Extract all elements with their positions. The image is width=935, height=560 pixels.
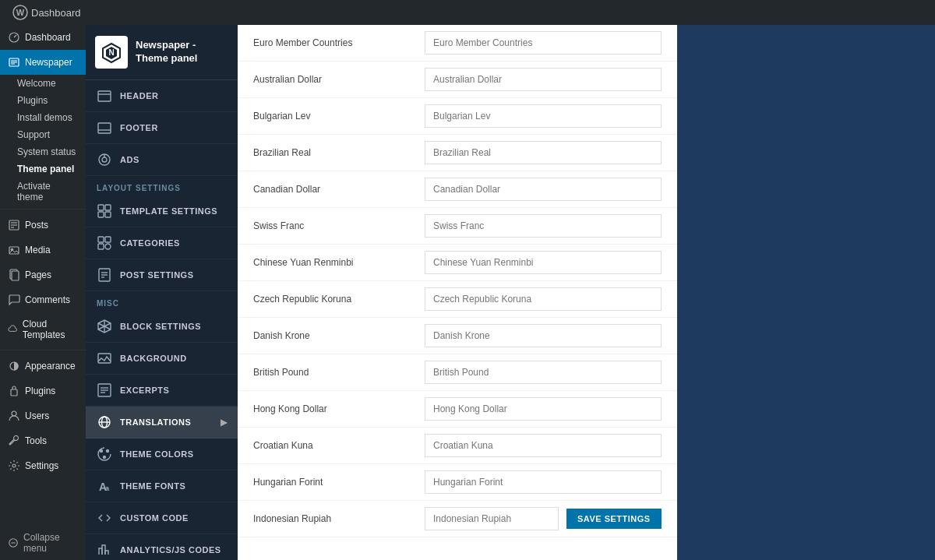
sidebar-item-appearance[interactable]: Appearance [0, 354, 86, 379]
theme-nav-item-categories[interactable]: CATEGORIES [86, 227, 238, 259]
field-input[interactable] [425, 361, 662, 384]
plugins-icon [8, 385, 20, 397]
sidebar-item-newspaper[interactable]: Newspaper [0, 50, 86, 75]
sidebar-item-settings[interactable]: Settings [0, 453, 86, 478]
field-label: Hong Kong Dollar [253, 403, 425, 414]
categories-icon [97, 235, 112, 251]
form-row: Chinese Yuan Renminbi [238, 245, 677, 281]
sidebar-subitem-plugins[interactable]: Plugins [0, 92, 86, 109]
field-input[interactable] [425, 68, 662, 91]
footer-icon [97, 120, 112, 136]
translations-arrow: ▶ [221, 417, 228, 428]
svg-text:a: a [105, 484, 110, 492]
colors-icon [97, 446, 112, 462]
field-input[interactable] [425, 324, 662, 347]
svg-point-19 [12, 464, 16, 467]
field-label: Australian Dollar [253, 74, 425, 85]
field-input[interactable] [425, 397, 662, 421]
svg-point-39 [105, 244, 111, 249]
sidebar-item-dashboard[interactable]: Dashboard [0, 25, 86, 50]
code-icon [97, 510, 112, 526]
users-icon [8, 410, 20, 422]
sidebar-item-collapse[interactable]: Collapse menu [0, 526, 86, 560]
sidebar-subitem-system-status[interactable]: System status [0, 143, 86, 160]
content-panel: Euro Member CountriesAustralian DollarBu… [238, 25, 677, 560]
theme-nav-item-translations[interactable]: TRANSLATIONS ▶ [86, 407, 238, 438]
svg-rect-36 [98, 237, 104, 242]
wp-sidebar: Dashboard Newspaper Welcome Plugins Inst… [0, 25, 86, 560]
svg-rect-17 [11, 389, 17, 396]
theme-nav-item-header[interactable]: HEADER [86, 80, 238, 112]
field-input[interactable] [425, 31, 662, 55]
excerpts-icon [97, 382, 112, 398]
sidebar-item-plugins2[interactable]: Plugins [0, 379, 86, 403]
svg-point-30 [102, 157, 107, 162]
field-input[interactable] [425, 104, 662, 128]
gauge-icon [8, 31, 20, 44]
form-row: Danish Krone [238, 318, 677, 354]
field-label: Indonesian Rupiah [253, 513, 425, 524]
field-input[interactable] [425, 141, 662, 164]
field-input[interactable] [425, 251, 662, 274]
sidebar-item-users[interactable]: Users [0, 403, 86, 428]
field-input[interactable] [425, 178, 662, 201]
sidebar-item-comments[interactable]: Comments [0, 287, 86, 312]
sidebar-item-media[interactable]: Media [0, 238, 86, 262]
field-label: Hungarian Forint [253, 477, 425, 488]
field-input[interactable] [425, 287, 662, 311]
template-icon [97, 203, 112, 219]
theme-nav-item-ads[interactable]: ADS [86, 144, 238, 176]
form-row: Hong Kong Dollar [238, 391, 677, 428]
theme-nav-item-block[interactable]: BLOCK SETTINGS [86, 311, 238, 343]
svg-point-18 [12, 411, 16, 416]
field-label: Croatian Kuna [253, 440, 425, 451]
form-row: Brazilian Real [238, 135, 677, 171]
cloud-icon [8, 323, 18, 336]
theme-sidebar-header: N Newspaper - Theme panel [86, 25, 238, 80]
background-icon [97, 350, 112, 366]
theme-nav-item-template[interactable]: TEMPLATE SETTINGS [86, 195, 238, 227]
theme-nav-item-excerpts[interactable]: EXCERPTS [86, 375, 238, 407]
field-label: Brazilian Real [253, 147, 425, 158]
theme-nav-item-footer[interactable]: FOOTER [86, 112, 238, 144]
theme-nav-item-analytics[interactable]: ANALYTICS/JS CODES [86, 534, 238, 560]
theme-nav-item-colors[interactable]: THEME COLORS [86, 438, 238, 470]
svg-rect-32 [98, 205, 104, 210]
svg-rect-15 [12, 271, 19, 280]
svg-rect-35 [105, 212, 111, 217]
post-settings-icon [97, 267, 112, 283]
sidebar-subitem-install-demos[interactable]: Install demos [0, 109, 86, 126]
sidebar-subitem-support[interactable]: Support [0, 126, 86, 143]
admin-bar-dashboard[interactable]: W Dashboard [6, 5, 87, 20]
sidebar-item-cloud-templates[interactable]: Cloud Templates [0, 312, 86, 347]
layout-settings-label: LAYOUT SETTINGS [86, 176, 238, 195]
form-row: British Pound [238, 354, 677, 391]
theme-nav-item-fonts[interactable]: Aa THEME FONTS [86, 470, 238, 502]
misc-label: MISC [86, 291, 238, 311]
theme-panel-title: Newspaper - Theme panel [136, 39, 228, 65]
sidebar-subitem-activate-theme[interactable]: Activate theme [0, 178, 86, 206]
sidebar-item-posts[interactable]: Posts [0, 213, 86, 238]
theme-nav-item-background[interactable]: BACKGROUND [86, 343, 238, 375]
tools-icon [8, 435, 20, 447]
field-label: Canadian Dollar [253, 184, 425, 195]
field-input[interactable] [425, 507, 559, 530]
sidebar-item-pages[interactable]: Pages [0, 262, 86, 287]
block-settings-icon [97, 319, 112, 334]
save-settings-button[interactable]: SAVE SETTINGS [566, 509, 662, 529]
form-row: Canadian Dollar [238, 171, 677, 208]
comments-icon [8, 294, 20, 306]
svg-line-3 [14, 35, 16, 37]
sidebar-subitem-welcome[interactable]: Welcome [0, 75, 86, 92]
svg-rect-12 [9, 247, 19, 254]
theme-nav-item-post[interactable]: POST SETTINGS [86, 259, 238, 291]
field-label: Euro Member Countries [253, 37, 425, 48]
sidebar-item-tools[interactable]: Tools [0, 428, 86, 453]
field-input[interactable] [425, 214, 662, 238]
sidebar-subitem-theme-panel[interactable]: Theme panel [0, 160, 86, 178]
theme-nav-item-custom-code[interactable]: CUSTOM CODE [86, 502, 238, 534]
field-label: Swiss Franc [253, 220, 425, 231]
field-label: Bulgarian Lev [253, 111, 425, 122]
field-input[interactable] [425, 470, 662, 494]
field-input[interactable] [425, 434, 662, 457]
